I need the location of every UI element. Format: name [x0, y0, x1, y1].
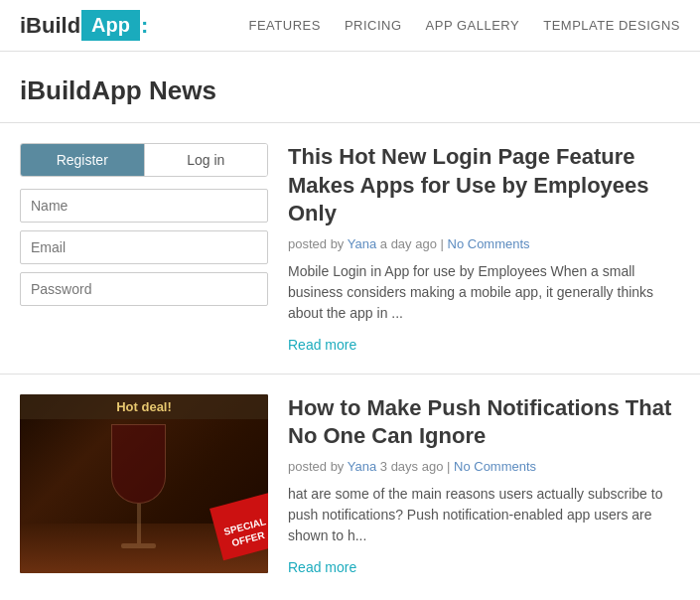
main-nav: FEATURES PRICING APP GALLERY TEMPLATE DE… — [249, 18, 681, 33]
nav-features[interactable]: FEATURES — [249, 18, 321, 33]
meta-posted-2: posted by — [288, 459, 344, 474]
article-1-thumb: Register Log in — [20, 143, 268, 354]
article-2-excerpt: hat are some of the main reasons users a… — [288, 484, 680, 546]
login-form-fields — [20, 189, 268, 306]
article-1-title: This Hot New Login Page Feature Makes Ap… — [288, 143, 680, 228]
meta-time-2: 3 days ago | — [380, 459, 451, 474]
logo-ibuild-text: iBuild — [20, 13, 80, 39]
nav-pricing[interactable]: PRICING — [345, 18, 402, 33]
article-2-thumb: Hot deal! SPECIAL OFFER — [20, 394, 268, 573]
name-input[interactable] — [20, 189, 268, 223]
password-input[interactable] — [20, 272, 268, 306]
article-2: Hot deal! SPECIAL OFFER How to Make Push… — [0, 374, 700, 596]
article-1-meta: posted by Yana a day ago | No Comments — [288, 236, 680, 251]
email-input[interactable] — [20, 230, 268, 264]
article-2-content: How to Make Push Notifications That No O… — [288, 394, 680, 576]
meta-comments-2[interactable]: No Comments — [454, 459, 536, 474]
article-2-title: How to Make Push Notifications That No O… — [288, 394, 680, 451]
logo-colon: : — [141, 13, 148, 39]
wine-scene: Hot deal! SPECIAL OFFER — [20, 394, 268, 573]
articles-list: Register Log in This Hot New Login Page … — [0, 122, 700, 600]
site-header: iBuild App : FEATURES PRICING APP GALLER… — [0, 0, 700, 52]
site-logo[interactable]: iBuild App : — [20, 10, 148, 41]
meta-posted: posted by — [288, 236, 344, 251]
article-1: Register Log in This Hot New Login Page … — [0, 122, 700, 374]
login-tab[interactable]: Log in — [144, 144, 268, 176]
page-title: iBuildApp News — [0, 52, 700, 122]
wine-glass-icon — [111, 424, 166, 548]
article-2-meta: posted by Yana 3 days ago | No Comments — [288, 459, 680, 474]
meta-time: a day ago | — [380, 236, 444, 251]
meta-author-2[interactable]: Yana — [348, 459, 376, 474]
logo-app-box: App — [81, 10, 140, 41]
reg-login-tabs: Register Log in — [20, 143, 268, 177]
article-1-read-more[interactable]: Read more — [288, 337, 356, 353]
nav-template-designs[interactable]: TEMPLATE DESIGNS — [543, 18, 680, 33]
register-tab[interactable]: Register — [21, 144, 144, 176]
meta-author[interactable]: Yana — [348, 236, 376, 251]
meta-comments[interactable]: No Comments — [448, 236, 530, 251]
nav-app-gallery[interactable]: APP GALLERY — [426, 18, 520, 33]
hot-deal-banner: Hot deal! — [20, 394, 268, 419]
article-1-excerpt: Mobile Login in App for use by Employees… — [288, 261, 680, 324]
article-1-content: This Hot New Login Page Feature Makes Ap… — [288, 143, 680, 354]
article-2-read-more[interactable]: Read more — [288, 559, 356, 575]
